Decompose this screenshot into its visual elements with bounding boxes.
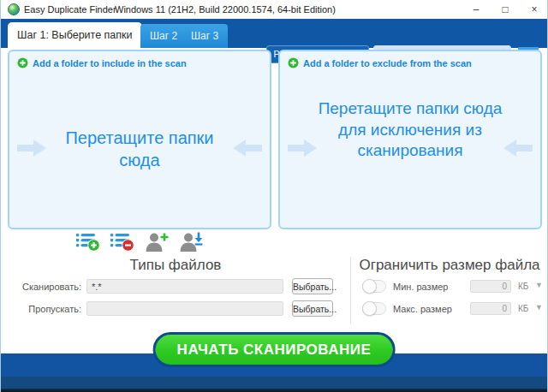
add-exclude-folder-label: Add a folder to exclude from the scan <box>303 58 472 68</box>
footer-strip <box>1 377 547 389</box>
minimize-button[interactable]: – <box>470 1 482 18</box>
tab-step3[interactable]: Шаг 3 <box>182 24 228 48</box>
tab-step2[interactable]: Шаг 2 <box>140 24 187 48</box>
max-size-unit: КБ <box>518 304 528 313</box>
arrow-left-icon <box>503 139 533 157</box>
tab-step1[interactable]: Шаг 1: Выберите папки <box>8 22 142 48</box>
scan-types-label: Сканировать: <box>1 282 81 292</box>
add-include-folder-link[interactable]: Add a folder to include in the scan <box>17 57 187 68</box>
window-build-info: Windows 11 (21H2, Build 22000.1574, 64-b… <box>115 4 336 15</box>
include-drop-panel[interactable]: Add a folder to include in the scan Пере… <box>8 50 271 229</box>
arrow-left-icon <box>232 139 263 157</box>
file-types-section: Типы файлов Сканировать: Выбрать... Проп… <box>1 257 350 330</box>
max-unit-dropdown-icon[interactable]: ▼ <box>535 303 543 312</box>
maximize-button[interactable]: □ <box>499 1 511 18</box>
file-types-title: Типы файлов <box>1 257 350 274</box>
min-size-toggle[interactable] <box>362 280 386 293</box>
min-size-row: Мин. размер КБ ▼ <box>350 280 548 295</box>
include-drop-hint: Перетащите папки сюда <box>49 127 230 171</box>
add-profile-icon[interactable] <box>145 231 169 252</box>
window-bottom-edge <box>1 389 547 392</box>
arrow-right-icon <box>16 139 47 157</box>
max-size-label: Макс. размер <box>393 304 452 314</box>
size-limit-title: Ограничить размер файла <box>350 257 548 274</box>
size-limit-section: Ограничить размер файла Мин. размер КБ ▼… <box>350 257 548 330</box>
green-plus-icon <box>288 57 299 68</box>
scan-types-row: Сканировать: Выбрать... <box>1 279 350 295</box>
skip-types-choose-button[interactable]: Выбрать... <box>292 300 333 317</box>
skip-types-label: Пропускать: <box>1 304 81 314</box>
title-bar: Easy Duplicate Finder Windows 11 (21H2, … <box>1 0 547 19</box>
start-scan-button[interactable]: НАЧАТЬ СКАНИРОВАНИЕ <box>153 332 396 367</box>
toggle-knob <box>362 301 377 316</box>
max-size-toggle[interactable] <box>362 302 386 315</box>
close-button[interactable]: × <box>528 1 540 18</box>
min-unit-dropdown-icon[interactable]: ▼ <box>535 281 543 289</box>
add-exclude-folder-link[interactable]: Add a folder to exclude from the scan <box>288 57 472 68</box>
max-size-input[interactable] <box>470 302 511 315</box>
skip-types-input[interactable] <box>86 301 283 316</box>
load-profile-icon[interactable] <box>179 231 203 252</box>
tab-bar: Шаг 1: Выберите папки Шаг 2 Шаг 3 Режим … <box>1 19 547 48</box>
exclude-drop-hint: Перетащите папки сюда для исключения из … <box>316 98 504 162</box>
window-title: Easy Duplicate Finder <box>24 4 116 15</box>
folder-list-toolbar <box>76 231 203 252</box>
scan-types-choose-button[interactable]: Выбрать... <box>292 278 333 294</box>
toggle-knob <box>362 279 377 294</box>
exclude-drop-panel[interactable]: Add a folder to exclude from the scan Пе… <box>278 50 542 229</box>
skip-types-row: Пропускать: Выбрать... <box>1 301 350 318</box>
green-plus-icon <box>17 57 28 68</box>
add-include-folder-label: Add a folder to include in the scan <box>33 58 187 68</box>
min-size-label: Мин. размер <box>393 282 448 292</box>
min-size-unit: КБ <box>518 282 528 291</box>
easy-duplicate-finder-window: Easy Duplicate Finder Windows 11 (21H2, … <box>0 0 548 392</box>
min-size-input[interactable] <box>470 280 511 293</box>
add-folder-list-icon[interactable] <box>76 231 100 252</box>
window-controls: – □ × <box>470 0 540 19</box>
arrow-right-icon <box>287 139 318 157</box>
remove-folder-list-icon[interactable] <box>110 231 134 252</box>
app-globe-icon <box>8 3 20 15</box>
scan-types-input[interactable] <box>86 279 283 294</box>
max-size-row: Макс. размер КБ ▼ <box>350 302 548 318</box>
